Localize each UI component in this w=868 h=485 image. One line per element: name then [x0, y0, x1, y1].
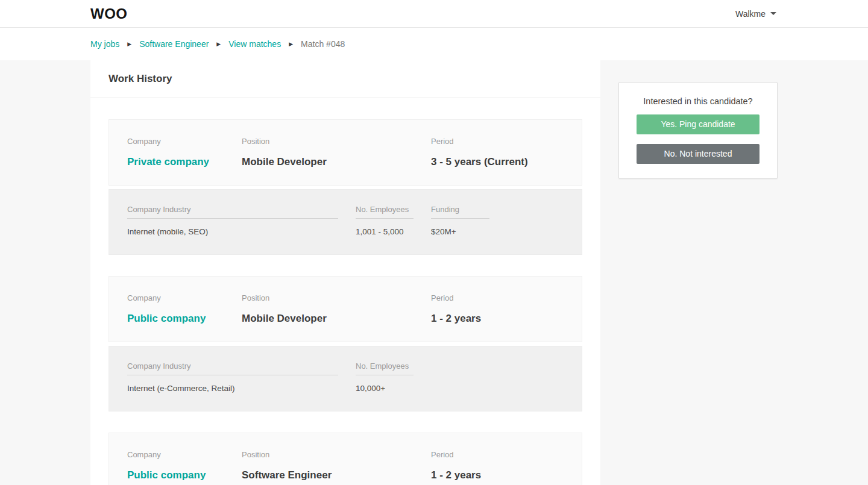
account-menu[interactable]: Walkme	[735, 9, 776, 19]
field-value: Software Engineer	[242, 469, 431, 481]
field-label: Funding	[431, 205, 489, 219]
page-title: Work History	[108, 73, 582, 85]
field-value[interactable]: Public company	[127, 469, 242, 481]
breadcrumb-separator-icon: ▶	[216, 42, 221, 47]
field-label: No. Employees	[356, 205, 414, 219]
field-no-employees: No. Employees10,000+	[356, 361, 414, 393]
work-history-card: CompanyPublic companyPositionSoftware En…	[108, 433, 582, 485]
field-position: PositionMobile Developer	[242, 293, 431, 325]
top-bar: WOO Walkme	[0, 0, 868, 28]
field-label: Period	[431, 450, 564, 459]
field-value[interactable]: Public company	[127, 313, 242, 325]
breadcrumb-bar: My jobs ▶ Software Engineer ▶ View match…	[0, 28, 868, 60]
field-value: 3 - 5 years (Current)	[431, 156, 564, 168]
breadcrumb-separator-icon: ▶	[127, 42, 131, 47]
field-company-industry: Company IndustryInternet (mobile, SEO)	[127, 205, 338, 236]
card-primary-section: CompanyPrivate companyPositionMobile Dev…	[108, 119, 582, 186]
field-company: CompanyPrivate company	[127, 137, 242, 168]
card-primary-section: CompanyPublic companyPositionSoftware En…	[108, 433, 582, 485]
breadcrumb-separator-icon: ▶	[289, 42, 293, 47]
field-value: 1 - 2 years	[431, 469, 564, 481]
field-company: CompanyPublic company	[127, 293, 242, 325]
field-value: $20M+	[431, 227, 489, 236]
woo-logo[interactable]: WOO	[90, 5, 128, 22]
field-value: 1 - 2 years	[431, 313, 564, 325]
field-label: Company Industry	[127, 361, 338, 375]
field-value[interactable]: Private company	[127, 156, 242, 168]
field-company-industry: Company IndustryInternet (e-Commerce, Re…	[127, 361, 338, 393]
field-label: Period	[431, 293, 564, 302]
field-label: Company	[127, 293, 242, 302]
breadcrumb-link[interactable]: Software Engineer	[139, 39, 209, 49]
field-period: Period1 - 2 years	[431, 293, 564, 325]
field-period: Period1 - 2 years	[431, 450, 564, 481]
field-value: 10,000+	[356, 384, 414, 393]
content-area: Work History CompanyPrivate companyPosit…	[0, 60, 868, 485]
field-label: Position	[242, 450, 431, 459]
field-label: No. Employees	[356, 361, 414, 375]
account-name: Walkme	[735, 9, 766, 19]
panel-header: Work History	[90, 60, 600, 98]
field-position: PositionMobile Developer	[242, 137, 431, 168]
field-value: Mobile Developer	[242, 313, 431, 325]
breadcrumb-link[interactable]: My jobs	[90, 39, 119, 49]
yes-ping-candidate-button[interactable]: Yes. Ping candidate	[637, 114, 760, 134]
field-value: Internet (e-Commerce, Retail)	[127, 384, 338, 393]
field-label: Period	[431, 137, 564, 146]
work-history-panel: Work History CompanyPrivate companyPosit…	[90, 60, 600, 485]
field-no-employees: No. Employees1,001 - 5,000	[356, 205, 414, 236]
work-history-list: CompanyPrivate companyPositionMobile Dev…	[90, 119, 600, 485]
field-label: Position	[242, 137, 431, 146]
breadcrumb: My jobs ▶ Software Engineer ▶ View match…	[90, 39, 345, 49]
card-secondary-section: Company IndustryInternet (mobile, SEO)No…	[108, 189, 582, 255]
field-position: PositionSoftware Engineer	[242, 450, 431, 481]
field-label: Company	[127, 450, 242, 459]
card-primary-section: CompanyPublic companyPositionMobile Deve…	[108, 276, 582, 342]
breadcrumb-current: Match #048	[301, 39, 345, 49]
field-value: Internet (mobile, SEO)	[127, 227, 338, 236]
field-label: Position	[242, 293, 431, 302]
field-company: CompanyPublic company	[127, 450, 242, 481]
field-label: Company Industry	[127, 205, 338, 219]
work-history-card: CompanyPrivate companyPositionMobile Dev…	[108, 119, 582, 255]
field-funding: Funding$20M+	[431, 205, 489, 236]
breadcrumb-link[interactable]: View matches	[228, 39, 281, 49]
candidate-question: Interested in this candidate?	[637, 96, 760, 106]
no-not-interested-button[interactable]: No. Not interested	[637, 144, 760, 164]
candidate-decision-card: Interested in this candidate? Yes. Ping …	[618, 82, 778, 179]
card-secondary-section: Company IndustryInternet (e-Commerce, Re…	[108, 346, 582, 411]
field-value: 1,001 - 5,000	[356, 227, 414, 236]
field-period: Period3 - 5 years (Current)	[431, 137, 564, 168]
caret-down-icon	[770, 12, 776, 15]
work-history-card: CompanyPublic companyPositionMobile Deve…	[108, 276, 582, 411]
field-label: Company	[127, 137, 242, 146]
field-value: Mobile Developer	[242, 156, 431, 168]
